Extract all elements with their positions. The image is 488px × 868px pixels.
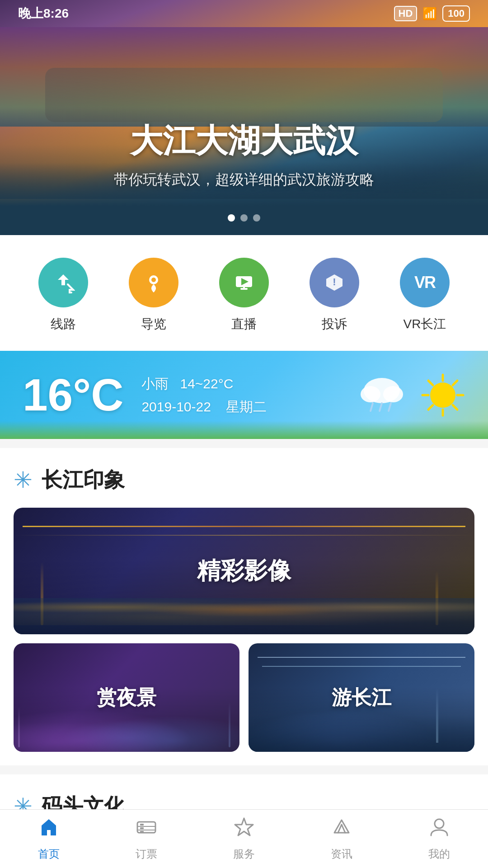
svg-point-13 xyxy=(430,382,455,408)
svg-point-32 xyxy=(435,819,444,828)
weather-temp: 16°C xyxy=(23,369,123,421)
tab-news-label: 资讯 xyxy=(331,847,352,861)
weather-date-row: 2019-10-22 星期二 xyxy=(141,395,339,418)
card-jingcai-label: 精彩影像 xyxy=(14,508,474,634)
svg-line-18 xyxy=(428,381,433,385)
card-youchangjiang[interactable]: 游长江 xyxy=(249,643,474,752)
icon-guide-circle xyxy=(129,258,178,307)
tab-ticket-icon xyxy=(136,816,157,843)
svg-rect-5 xyxy=(243,287,245,289)
card-yeying-label: 赏夜景 xyxy=(14,643,239,752)
icon-live[interactable]: 直播 xyxy=(219,258,269,333)
weather-section: 16°C 小雨 14~22°C 2019-10-22 星期二 xyxy=(0,351,488,439)
icon-live-label: 直播 xyxy=(231,316,257,333)
svg-line-11 xyxy=(380,403,382,411)
svg-marker-29 xyxy=(334,820,349,833)
hero-subtitle: 带你玩转武汉，超级详细的武汉旅游攻略 xyxy=(0,170,488,190)
time-display: 晚上8:26 xyxy=(18,5,69,22)
tab-news-icon xyxy=(331,816,352,843)
icon-complaint-circle: ! xyxy=(310,258,359,307)
card-jingcai[interactable]: 精彩影像 xyxy=(14,508,474,634)
icon-complaint-label: 投诉 xyxy=(322,316,347,333)
sun-icon xyxy=(420,373,465,418)
tab-service[interactable]: 服务 xyxy=(195,816,293,861)
svg-rect-25 xyxy=(140,824,144,826)
svg-marker-28 xyxy=(235,818,253,835)
icon-guide[interactable]: 导览 xyxy=(129,258,178,333)
section-changjiang: ✳ 长江印象 精彩影像 xyxy=(0,448,488,765)
status-right: HD 📶 100 xyxy=(394,5,470,22)
tab-home-icon xyxy=(38,816,60,843)
hero-dot-3[interactable] xyxy=(253,214,260,222)
hero-banner[interactable]: 大江大湖大武汉 带你玩转武汉，超级详细的武汉旅游攻略 xyxy=(0,0,488,235)
weather-condition: 小雨 xyxy=(141,376,169,391)
hd-badge: HD xyxy=(394,6,418,21)
tab-home-label: 首页 xyxy=(38,847,60,861)
hero-text: 大江大湖大武汉 带你玩转武汉，超级详细的武汉旅游攻略 xyxy=(0,119,488,190)
weather-condition-row: 小雨 14~22°C xyxy=(141,372,339,395)
icon-complaint[interactable]: ! 投诉 xyxy=(310,258,359,333)
svg-text:!: ! xyxy=(333,276,336,288)
icon-route-circle xyxy=(38,258,88,307)
weather-info: 小雨 14~22°C 2019-10-22 星期二 xyxy=(141,372,339,418)
hero-title: 大江大湖大武汉 xyxy=(0,119,488,163)
tab-mine-label: 我的 xyxy=(428,847,450,861)
hero-dot-1[interactable] xyxy=(228,214,235,222)
tab-home[interactable]: 首页 xyxy=(0,816,98,861)
icon-vr-circle: VR xyxy=(400,258,450,307)
svg-line-10 xyxy=(371,403,373,411)
icon-vr-label: VR长江 xyxy=(404,316,446,333)
weather-date: 2019-10-22 xyxy=(141,399,211,414)
hero-dots xyxy=(0,214,488,222)
weather-weekday: 星期二 xyxy=(226,399,267,414)
svg-line-21 xyxy=(428,405,433,410)
battery-display: 100 xyxy=(442,5,470,22)
section-changjiang-title: 长江印象 xyxy=(42,466,125,494)
cloud-rain-icon xyxy=(357,373,411,418)
svg-rect-27 xyxy=(140,831,144,833)
svg-rect-22 xyxy=(137,822,155,833)
svg-line-20 xyxy=(453,381,457,385)
card-row: 赏夜景 游长江 xyxy=(14,643,474,752)
icon-guide-label: 导览 xyxy=(141,316,166,333)
tab-mine[interactable]: 我的 xyxy=(390,816,488,861)
status-bar: 晚上8:26 HD 📶 100 xyxy=(0,0,488,27)
signal-icon: 📶 xyxy=(422,7,437,21)
tab-news[interactable]: 资讯 xyxy=(293,816,390,861)
svg-line-12 xyxy=(389,403,391,411)
weather-range: 14~22°C xyxy=(180,376,233,391)
tab-ticket-label: 订票 xyxy=(136,847,157,861)
tab-mine-icon xyxy=(428,816,450,843)
card-youchangjiang-label: 游长江 xyxy=(249,643,474,752)
svg-line-19 xyxy=(453,405,457,410)
quick-icons: 线路 导览 直播 xyxy=(0,235,488,351)
icon-live-circle xyxy=(219,258,269,307)
tab-ticket[interactable]: 订票 xyxy=(98,816,195,861)
weather-icons xyxy=(357,373,465,418)
tab-service-label: 服务 xyxy=(233,847,255,861)
section-changjiang-icon: ✳ xyxy=(14,467,33,493)
icon-route[interactable]: 线路 xyxy=(38,258,88,333)
svg-point-9 xyxy=(383,386,403,402)
tab-service-icon xyxy=(233,816,255,843)
tab-bar: 首页 订票 服务 xyxy=(0,809,488,868)
icon-vr[interactable]: VR VR长江 xyxy=(400,258,450,333)
svg-rect-26 xyxy=(140,827,144,829)
svg-point-1 xyxy=(151,278,156,282)
card-yeying[interactable]: 赏夜景 xyxy=(14,643,239,752)
icon-route-label: 线路 xyxy=(51,316,76,333)
svg-point-8 xyxy=(361,386,380,402)
hero-dot-2[interactable] xyxy=(240,214,248,222)
hero-bg xyxy=(0,0,488,235)
section-changjiang-header: ✳ 长江印象 xyxy=(14,466,474,494)
